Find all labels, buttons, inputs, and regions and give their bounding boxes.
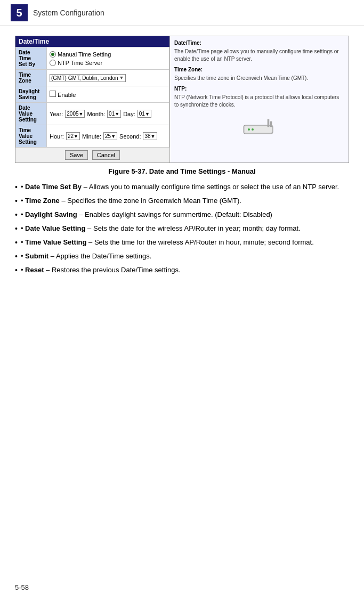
- label-daylight-saving: Daylight Saving: [16, 86, 47, 103]
- svg-rect-5: [268, 119, 269, 127]
- term-2: Daylight Saving: [25, 210, 77, 218]
- bullet-list: • Date Time Set By – Allows you to manua…: [15, 182, 349, 276]
- value-time-zone: (GMT) GMT, Dublin, London ▼: [47, 70, 169, 86]
- bullet-icon: •: [21, 223, 25, 234]
- hour-value: 22: [68, 133, 74, 139]
- manual-time-option[interactable]: Manual Time Setting: [50, 51, 111, 58]
- item-content: Daylight Saving – Enables daylight savin…: [25, 209, 272, 220]
- hour-arrow-icon: ▼: [74, 134, 78, 139]
- year-arrow-icon: ▼: [79, 111, 84, 117]
- bullet-icon: •: [21, 251, 25, 262]
- timezone-arrow-icon: ▼: [119, 75, 124, 80]
- sep-3: –: [86, 224, 93, 232]
- list-item: • Time Zone – Specifies the time zone in…: [15, 196, 349, 207]
- ntp-time-option[interactable]: NTP Time Server: [50, 60, 102, 66]
- page-body: Date/Time Date Time Set By Manual Time S…: [0, 26, 364, 289]
- datetime-info-text: The Date/Time page allows you to manuall…: [174, 48, 344, 63]
- year-label: Year:: [50, 111, 63, 117]
- item-content: Submit – Applies the Date/Time settings.: [25, 251, 151, 262]
- day-arrow-icon: ▼: [145, 111, 150, 117]
- bullet-icon: •: [21, 237, 25, 248]
- manual-radio[interactable]: [50, 51, 56, 58]
- bullet-icon: •: [21, 196, 25, 206]
- item-content: Date Time Set By – Allows you to manuall…: [25, 182, 339, 192]
- bullet-icon: •: [21, 209, 25, 220]
- chapter-title: System Configuration: [33, 9, 104, 17]
- list-item: • Time Value Setting – Sets the time for…: [15, 237, 349, 248]
- sep-0: –: [82, 183, 89, 191]
- desc-5: Applies the Date/Time settings.: [56, 252, 151, 260]
- year-value: 2005: [67, 111, 78, 117]
- desc-3: Sets the date for the wireless AP/Router…: [93, 224, 301, 232]
- sep-5: –: [48, 252, 56, 260]
- desc-0: Allows you to manually configure time se…: [89, 183, 339, 191]
- info-panel: Date/Time: The Date/Time page allows you…: [170, 36, 349, 163]
- value-date-time-set-by: Manual Time Setting NTP Time Server: [47, 47, 169, 70]
- hour-select[interactable]: 22 ▼: [66, 132, 80, 140]
- term-4: Time Value Setting: [25, 238, 86, 246]
- manual-label: Manual Time Setting: [58, 51, 111, 58]
- list-item: • Date Time Set By – Allows you to manua…: [15, 182, 349, 193]
- minute-select[interactable]: 25 ▼: [103, 132, 117, 140]
- list-item: • Date Value Setting – Sets the date for…: [15, 223, 349, 234]
- label-date-value: Date Value Setting: [16, 103, 47, 125]
- sep-2: –: [77, 210, 85, 218]
- month-label: Month:: [87, 111, 105, 117]
- term-6: Reset: [25, 266, 44, 274]
- form-panel: Date/Time Date Time Set By Manual Time S…: [15, 36, 170, 163]
- cancel-button[interactable]: Cancel: [92, 150, 120, 160]
- term-0: Date Time Set By: [25, 183, 82, 191]
- desc-6: Restores the previous Date/Time settings…: [52, 266, 181, 274]
- year-select[interactable]: 2005 ▼: [65, 110, 85, 118]
- minute-value: 25: [105, 133, 111, 139]
- enable-checkbox[interactable]: [50, 91, 56, 97]
- svg-point-2: [248, 128, 250, 131]
- row-date-value: Date Value Setting Year: 2005 ▼ Month:: [16, 103, 169, 125]
- timezone-info-title: Time Zone:: [174, 66, 344, 74]
- second-value: 38: [144, 133, 150, 139]
- label-time-zone: Time Zone: [16, 70, 47, 86]
- row-time-value: Time Value Setting Hour: 22 ▼ Minute:: [16, 125, 169, 148]
- figure-caption: Figure 5-37. Date and Time Settings - Ma…: [15, 167, 349, 175]
- label-time-value: Time Value Setting: [16, 125, 47, 148]
- sep-4: –: [86, 238, 94, 246]
- svg-point-3: [252, 128, 254, 131]
- row-time-zone: Time Zone (GMT) GMT, Dublin, London ▼: [16, 70, 169, 86]
- screenshot-box: Date/Time Date Time Set By Manual Time S…: [15, 36, 349, 163]
- svg-rect-4: [270, 121, 272, 127]
- term-1: Time Zone: [25, 197, 60, 205]
- item-content: Time Value Setting – Sets the time for t…: [25, 237, 314, 248]
- month-arrow-icon: ▼: [115, 111, 119, 117]
- second-select[interactable]: 38 ▼: [143, 132, 157, 140]
- save-button[interactable]: Save: [65, 150, 88, 160]
- btn-row: Save Cancel: [15, 148, 169, 163]
- day-select[interactable]: 01 ▼: [137, 110, 151, 118]
- ntp-radio[interactable]: [50, 60, 56, 66]
- chapter-number: 5: [11, 4, 28, 21]
- bullet-icon: •: [21, 182, 25, 192]
- timezone-value: (GMT) GMT, Dublin, London: [51, 75, 118, 81]
- row-date-time-set-by: Date Time Set By Manual Time Setting NTP…: [16, 47, 169, 70]
- desc-1: Specifies the time zone in Greenwich Mea…: [67, 197, 241, 205]
- second-label: Second:: [119, 133, 141, 140]
- day-value: 01: [139, 111, 145, 117]
- value-time-value: Hour: 22 ▼ Minute: 25 ▼ Seco: [47, 125, 169, 148]
- row-daylight-saving: Daylight Saving Enable: [16, 86, 169, 103]
- time-row: Hour: 22 ▼ Minute: 25 ▼ Seco: [50, 132, 166, 140]
- page-footer: 5-58: [15, 583, 29, 591]
- month-select[interactable]: 01 ▼: [107, 110, 121, 118]
- item-content: Time Zone – Specifies the time zone in G…: [25, 196, 241, 206]
- list-item: • Reset – Restores the previous Date/Tim…: [15, 265, 349, 276]
- value-daylight-saving: Enable: [47, 86, 169, 103]
- term-5: Submit: [25, 252, 48, 260]
- term-3: Date Value Setting: [25, 224, 85, 232]
- list-item: • Submit – Applies the Date/Time setting…: [15, 251, 349, 262]
- value-date-value: Year: 2005 ▼ Month: 01 ▼ Day: [47, 103, 169, 125]
- timezone-select[interactable]: (GMT) GMT, Dublin, London ▼: [50, 74, 126, 82]
- form-panel-title: Date/Time: [15, 36, 169, 47]
- ntp-info-text: NTP (Network Time Protocol) is a protoco…: [174, 94, 344, 109]
- hour-label: Hour:: [50, 133, 64, 140]
- day-label: Day:: [123, 111, 135, 117]
- list-item: • Daylight Saving – Enables daylight sav…: [15, 209, 349, 221]
- ntp-label: NTP Time Server: [58, 60, 102, 66]
